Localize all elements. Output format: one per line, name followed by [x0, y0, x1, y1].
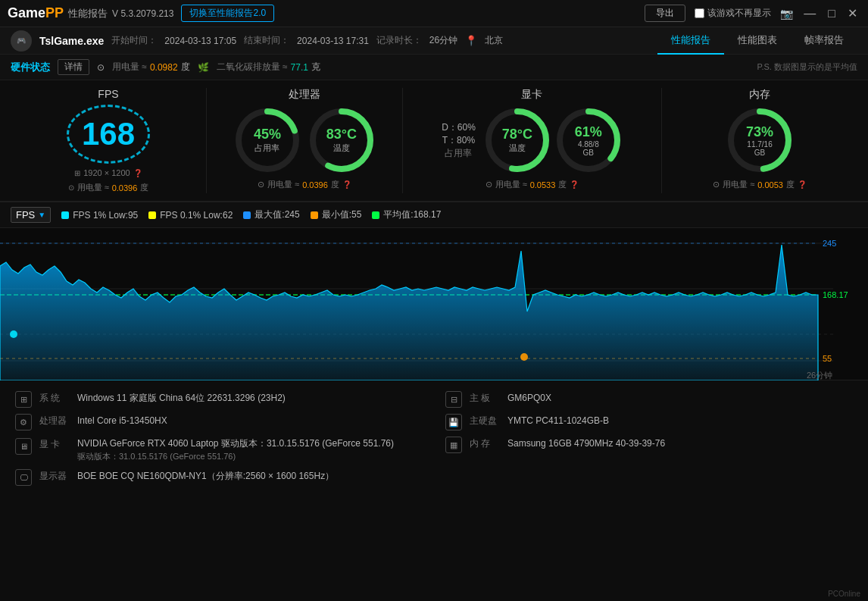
svg-text:168.17: 168.17 — [823, 290, 848, 299]
gpu-sys-value: NVIDIA GeForce RTX 4060 Laptop 驱动版本：31.0… — [77, 437, 394, 463]
cpu-title: 处理器 — [289, 88, 320, 102]
os-label: 系 统 — [39, 392, 70, 405]
power-value: 0.0982 — [150, 62, 178, 73]
resolution: 1920 × 1200 — [83, 168, 130, 177]
ram-power-icon: ⊙ — [713, 180, 720, 189]
metrics-panel: FPS 168 ⊞ 1920 × 1200 ❓ ⊙ 用电量 ≈ 0.0396 度… — [0, 80, 868, 202]
export-button[interactable]: 导出 — [645, 5, 685, 22]
tab-performance-report[interactable]: 性能报告 — [657, 27, 724, 55]
location-icon: 📍 — [465, 35, 477, 46]
co2-label: 二氧化碳排放量 ≈ — [217, 61, 288, 74]
co2-info: 二氧化碳排放量 ≈ 77.1 克 — [217, 61, 320, 74]
legend-01pct-low: FPS 0.1% Low:62 — [148, 210, 233, 221]
co2-value: 77.1 — [291, 62, 308, 73]
power-label: 用电量 ≈ — [112, 61, 147, 74]
logo: GamePP — [8, 5, 64, 21]
fps-metric: FPS 168 ⊞ 1920 × 1200 ❓ ⊙ 用电量 ≈ 0.0396 度 — [11, 88, 207, 193]
gpu-d-label: D：60% — [442, 121, 476, 134]
cpu-temp-donut: 83°C 温度 — [308, 106, 376, 174]
svg-text:26分钟: 26分钟 — [807, 371, 832, 380]
gpu-usage-info: D：60% T：80% 占用率 — [442, 121, 476, 160]
no-show-label: 该游戏不再显示 — [707, 7, 771, 20]
no-show-checkbox[interactable] — [695, 8, 704, 18]
gpu-title: 显卡 — [521, 88, 542, 102]
detail-button[interactable]: 详情 — [58, 59, 89, 75]
monitor-label: 显示器 — [39, 470, 70, 483]
hardware-status-bar: 硬件状态 详情 ⊙ 用电量 ≈ 0.0982 度 🌿 二氧化碳排放量 ≈ 77.… — [0, 55, 868, 80]
ram-sys-icon: ▦ — [445, 437, 462, 453]
sys-disk-row: 💾 主硬盘 YMTC PC411-1024GB-B — [445, 411, 853, 434]
legend-label-5: 平均值:168.17 — [383, 208, 441, 221]
no-show-container: 该游戏不再显示 — [695, 7, 771, 20]
fps-circle: 168 — [67, 105, 150, 164]
cpu-power-help: ❓ — [342, 180, 351, 189]
cpu-power: ⊙ 用电量 ≈ 0.0396 度 ❓ — [258, 179, 351, 190]
camera-icon[interactable]: 📷 — [780, 8, 793, 20]
svg-text:55: 55 — [823, 354, 832, 363]
fps-title: FPS — [98, 88, 118, 100]
legend-dot-1 — [61, 211, 69, 219]
ps-note: P.S. 数据图显示的是平均值 — [757, 61, 857, 73]
logo-game: Game — [8, 5, 45, 20]
tab-performance-chart[interactable]: 性能图表 — [724, 27, 791, 55]
fps-footer: ⊞ 1920 × 1200 ❓ — [74, 168, 142, 177]
fps-power-val: 0.0396 — [112, 183, 138, 193]
power-unit: 度 — [181, 61, 190, 74]
disk-value: YMTC PC411-1024GB-B — [507, 414, 609, 427]
sys-cpu-row: ⚙ 处理器 Intel Core i5-13450HX — [15, 411, 423, 434]
ram-donut: 73% 11.7/16 GB — [726, 106, 794, 174]
legend-label-1: FPS 1% Low:95 — [73, 210, 138, 221]
cpu-power-icon: ⊙ — [258, 180, 264, 189]
metric-selector[interactable]: FPS ▼ — [11, 207, 51, 223]
gpu-power-help: ❓ — [570, 180, 579, 189]
sys-mb-row: ⊟ 主 板 GM6PQ0X — [445, 388, 853, 411]
switch-button[interactable]: 切换至性能报告2.0 — [181, 5, 274, 22]
fps-power-icon: ⊙ — [68, 183, 74, 192]
legend-dot-4 — [311, 211, 318, 219]
tab-frame-report[interactable]: 帧率报告 — [791, 27, 857, 55]
mb-value: GM6PQ0X — [507, 391, 551, 405]
cpu-sys-value: Intel Core i5-13450HX — [77, 414, 167, 427]
duration-label: 记录时长： — [376, 34, 422, 47]
gpu-temp-donut: 78°C 温度 — [483, 106, 551, 174]
window-controls: — □ ✕ — [801, 6, 860, 20]
gpu-temp-val: 78°C — [502, 127, 532, 142]
disk-icon: 💾 — [445, 414, 462, 430]
tab-group: 性能报告 性能图表 帧率报告 — [657, 27, 857, 55]
legend-label-4: 最小值:55 — [322, 208, 362, 221]
svg-point-21 — [520, 353, 528, 361]
app-title: 性能报告 — [68, 7, 108, 20]
legend-max: 最大值:245 — [243, 208, 299, 221]
ram-metric: 内存 73% 11.7/16 GB ⊙ 用电量 ≈ 0.0053 度 ❓ — [662, 88, 857, 193]
pcoline-label: PCOnline — [828, 590, 860, 598]
chart-area: FPS ▼ FPS 1% Low:95 FPS 0.1% Low:62 最大值:… — [0, 202, 868, 380]
ram-title: 内存 — [749, 88, 770, 102]
os-value: Windows 11 家庭版 China 64位 22631.3296 (23H… — [77, 391, 286, 405]
co2-icon: 🌿 — [198, 62, 209, 73]
gpu-power-label: 用电量 ≈ — [495, 179, 527, 190]
version: V 5.3.2079.213 — [112, 8, 173, 19]
legend-avg: 平均值:168.17 — [372, 208, 441, 221]
titlebar: GamePP 性能报告 V 5.3.2079.213 切换至性能报告2.0 导出… — [0, 0, 868, 27]
cpu-temp-val: 83°C — [326, 127, 357, 142]
fps-value: 168 — [82, 116, 135, 152]
gpu-sys-icon: 🖥 — [15, 438, 32, 455]
end-time: 2024-03-13 17:31 — [297, 36, 369, 46]
mb-icon: ⊟ — [445, 391, 462, 408]
system-info: ⊞ 系 统 Windows 11 家庭版 China 64位 22631.329… — [0, 380, 868, 496]
close-button[interactable]: ✕ — [845, 6, 860, 20]
duration-value: 26分钟 — [429, 34, 457, 47]
legend-dot-5 — [372, 211, 379, 219]
cpu-power-val: 0.0396 — [302, 180, 328, 189]
monitor-value: BOE BOE CQ NE160QDM-NY1（分辨率:2560 × 1600 … — [77, 469, 334, 483]
legend-label-3: 最大值:245 — [254, 208, 299, 221]
sys-os-row: ⊞ 系 统 Windows 11 家庭版 China 64位 22631.329… — [15, 388, 423, 411]
power-info: 用电量 ≈ 0.0982 度 — [112, 61, 190, 74]
mb-label: 主 板 — [470, 392, 500, 405]
ram-sys-value: Samsung 16GB 4790MHz 40-39-39-76 — [507, 437, 665, 450]
maximize-button[interactable]: □ — [825, 7, 838, 20]
dropdown-arrow-icon: ▼ — [38, 211, 45, 219]
end-label: 结束时间： — [244, 34, 289, 47]
sys-monitor-row: 🖵 显示器 BOE BOE CQ NE160QDM-NY1（分辨率:2560 ×… — [15, 466, 423, 489]
minimize-button[interactable]: — — [801, 7, 819, 20]
